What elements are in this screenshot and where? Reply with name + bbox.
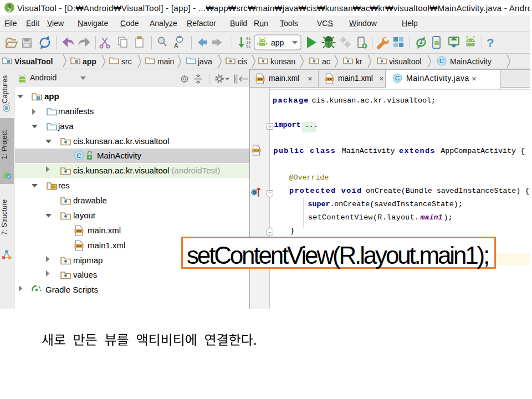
- svg-text:?: ?: [487, 36, 494, 50]
- svg-text:Captures: Captures: [1, 75, 9, 104]
- svg-text:app: app: [271, 38, 284, 47]
- svg-text:<>: <>: [254, 149, 259, 153]
- svg-text:A: A: [174, 42, 178, 49]
- svg-text:<>: <>: [327, 77, 332, 81]
- svg-text:7: Structure: 7: Structure: [1, 200, 8, 236]
- svg-text:<>: <>: [258, 77, 263, 81]
- svg-text:01: 01: [246, 44, 250, 49]
- svg-text:C: C: [439, 58, 444, 64]
- svg-text:C: C: [395, 75, 400, 81]
- svg-text:1: Project: 1: Project: [1, 130, 8, 159]
